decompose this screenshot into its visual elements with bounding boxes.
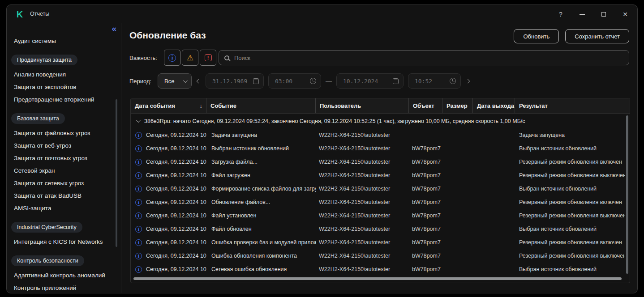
table-row[interactable]: iСегодня, 09.12.2024 10:52:24Ошибка обно…: [131, 249, 630, 263]
sidebar-scrollbar[interactable]: [116, 99, 117, 247]
horizontal-scrollbar[interactable]: [133, 277, 622, 280]
event-object: bW78pom7: [409, 199, 442, 205]
period-next-button[interactable]: [466, 80, 469, 83]
sidebar-item-защита-от-файловых-угроз[interactable]: Защита от файловых угроз: [7, 127, 121, 139]
date-to-value: 10.12.2024: [343, 78, 378, 85]
info-icon: i: [135, 186, 142, 192]
scrollbar-track-divider: [625, 98, 625, 283]
column-header-size[interactable]: Размер: [442, 98, 473, 113]
event-object: bW78pom7: [409, 226, 442, 232]
sidebar-item-защита-от-эксплойтов[interactable]: Защита от эксплойтов: [7, 81, 121, 93]
info-icon: i: [135, 212, 142, 219]
close-button[interactable]: ✕: [622, 11, 628, 17]
event-object: bW78pom7: [409, 253, 442, 259]
sort-descending-icon[interactable]: ↓: [200, 102, 203, 109]
event-date: Сегодня, 09.12.2024 10:52:24: [146, 212, 206, 219]
group-row[interactable]: 386e3Rpu: начато Сегодня, 09.12.2024 09:…: [131, 114, 630, 128]
period-label: Период:: [129, 78, 158, 85]
sidebar-item-контроль-приложений[interactable]: Контроль приложений: [7, 281, 121, 293]
critical-icon: !: [205, 54, 212, 61]
severity-info-button[interactable]: i: [164, 50, 180, 66]
event-user: W22H2-X64-2150\autotester: [316, 145, 409, 152]
search-box[interactable]: [219, 50, 629, 65]
sidebar-item-защита-от-атак-badusb[interactable]: Защита от атак BadUSB: [7, 189, 121, 202]
event-name: Ошибка обновления компонента: [206, 253, 316, 259]
event-result: Резервный режим обновления выключен: [515, 212, 625, 219]
event-date: Сегодня, 09.12.2024 10:52:24: [146, 186, 206, 192]
event-date-cell: iСегодня, 09.12.2024 10:52:24: [131, 172, 206, 179]
table-row[interactable]: iСегодня, 09.12.2024 10:52:24Файл устано…: [131, 209, 630, 222]
column-header-user[interactable]: Пользователь: [316, 98, 409, 113]
event-object: bW78pom7: [409, 172, 442, 178]
sidebar-item-amsi-защита[interactable]: AMSI-защита: [7, 202, 121, 214]
sidebar-section-badge: Продвинутая защита: [11, 55, 77, 65]
sidebar-item-адаптивный-контроль-аномалий[interactable]: Адаптивный контроль аномалий: [7, 269, 121, 281]
search-input[interactable]: [234, 55, 623, 61]
sidebar-item-сетевой-экран[interactable]: Сетевой экран: [7, 164, 121, 177]
save-report-button[interactable]: Сохранить отчет: [565, 29, 629, 43]
event-user: W22H2-X64-2150\autotester: [316, 212, 409, 219]
event-result: Задача запущена: [515, 132, 625, 138]
sidebar-item-защита-от-почтовых-угроз[interactable]: Защита от почтовых угроз: [7, 152, 121, 164]
maximize-button[interactable]: [601, 11, 607, 17]
column-header-result[interactable]: Результат: [515, 98, 625, 113]
sidebar-item-интеграция-с-kics-for-networks[interactable]: Интеграция с KICS for Networks: [7, 235, 121, 248]
period-prev-button[interactable]: [197, 80, 200, 83]
kaspersky-logo-icon: K: [15, 9, 25, 19]
time-from-input[interactable]: 03:00: [268, 73, 321, 89]
event-name: Файл загружен: [206, 172, 316, 178]
calendar-icon[interactable]: [393, 78, 399, 84]
events-table: Дата события ↓ Событие Пользователь Объе…: [130, 98, 630, 283]
minimize-button[interactable]: [579, 11, 585, 17]
time-to-value: 10:52: [415, 78, 432, 85]
help-button[interactable]: ?: [558, 11, 564, 17]
date-to-input[interactable]: 10.12.2024: [336, 73, 404, 89]
info-icon: i: [135, 253, 142, 259]
time-from-value: 03:00: [275, 78, 292, 85]
period-select[interactable]: Все: [158, 73, 192, 89]
sidebar-item-защита-от-веб-угроз[interactable]: Защита от веб-угроз: [7, 139, 121, 152]
sidebar-item-аудит-системы[interactable]: Аудит системы: [7, 34, 121, 47]
table-row[interactable]: iСегодня, 09.12.2024 10:52:24Задача запу…: [131, 128, 630, 142]
column-header-object[interactable]: Объект: [409, 98, 442, 113]
collapse-row-icon[interactable]: [136, 118, 141, 123]
column-header-release-date[interactable]: Дата выхода: [473, 98, 515, 113]
sidebar-collapse-icon[interactable]: «: [112, 24, 116, 34]
refresh-button[interactable]: Обновить: [514, 29, 559, 43]
clock-icon[interactable]: [310, 78, 316, 84]
date-from-input[interactable]: 31.12.1969: [206, 73, 264, 89]
table-row[interactable]: iСегодня, 09.12.2024 10:52:24Ошибка пров…: [131, 236, 630, 249]
sidebar-section-badge: Industrial CyberSecurity: [11, 222, 82, 233]
sidebar-item-анализ-поведения[interactable]: Анализ поведения: [7, 68, 121, 81]
table-row[interactable]: iСегодня, 09.12.2024 10:52:24Формировани…: [131, 182, 630, 195]
table-row[interactable]: iСегодня, 09.12.2024 10:52:24Сетевая оши…: [131, 263, 630, 276]
event-date-cell: iСегодня, 09.12.2024 10:52:24: [131, 159, 206, 165]
sidebar-section-badge: Базовая защита: [11, 113, 65, 124]
event-date-cell: iСегодня, 09.12.2024 10:52:24: [131, 239, 206, 246]
event-date: Сегодня, 09.12.2024 10:52:24: [146, 132, 206, 138]
calendar-icon[interactable]: [253, 78, 259, 84]
clock-icon[interactable]: [450, 78, 456, 84]
table-row[interactable]: iСегодня, 09.12.2024 10:52:24Выбран исто…: [131, 142, 630, 155]
time-to-input[interactable]: 10:52: [408, 73, 461, 89]
info-icon: i: [135, 145, 142, 152]
table-row[interactable]: iСегодня, 09.12.2024 10:52:24Файл загруж…: [131, 169, 630, 182]
sidebar-item-предотвращение-вторжений[interactable]: Предотвращение вторжений: [7, 93, 121, 106]
info-icon: i: [135, 199, 142, 206]
page-title: Обновление баз: [129, 30, 206, 41]
event-result: Резервный режим обновления выключен: [515, 253, 625, 259]
severity-critical-button[interactable]: !: [200, 50, 216, 66]
table-row[interactable]: iСегодня, 09.12.2024 10:52:24Обновление …: [131, 195, 630, 209]
event-result: Выбран источник обновлений: [515, 226, 625, 232]
period-select-value: Все: [164, 78, 174, 85]
table-row[interactable]: iСегодня, 09.12.2024 10:52:24Загрузка фа…: [131, 155, 630, 169]
vertical-scrollbar[interactable]: [626, 115, 628, 274]
table-row[interactable]: iСегодня, 09.12.2024 10:52:24Файл обновл…: [131, 222, 630, 236]
event-user: W22H2-X64-2150\autotester: [316, 266, 409, 272]
severity-warning-button[interactable]: ⚠: [182, 50, 198, 66]
event-name: Ошибка проверки баз и модулей приложения: [206, 239, 316, 246]
sidebar-item-защита-от-сетевых-угроз[interactable]: Защита от сетевых угроз: [7, 177, 121, 189]
event-name: Сетевая ошибка обновления: [206, 266, 316, 272]
column-header-date[interactable]: Дата события ↓: [131, 98, 206, 113]
column-header-event[interactable]: Событие: [206, 98, 316, 113]
